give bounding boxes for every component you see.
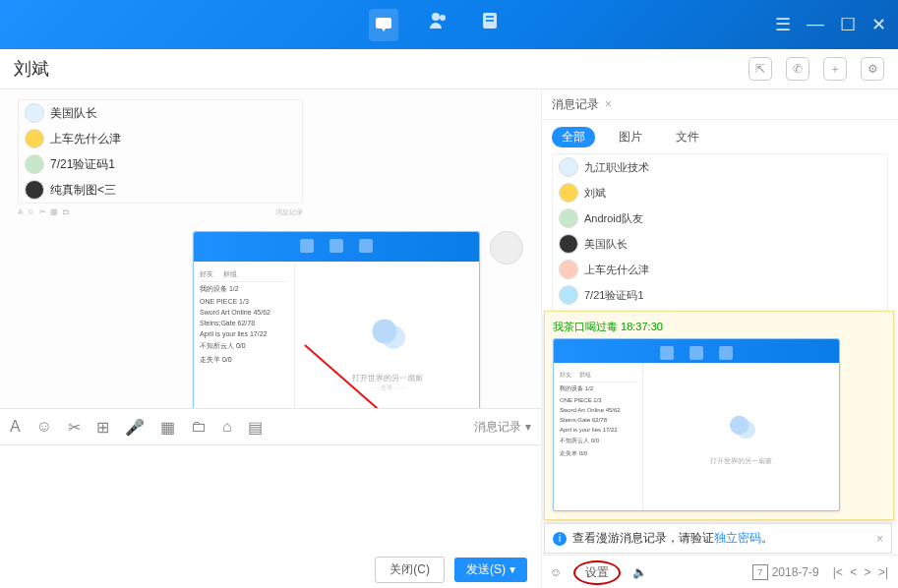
chevron-down-icon[interactable]: ▾: [509, 562, 515, 576]
list-item[interactable]: 九江职业技术: [553, 154, 887, 180]
message-input[interactable]: [0, 445, 541, 550]
app-icon[interactable]: ▤: [248, 418, 263, 437]
header-tabs: [369, 9, 501, 41]
font-icon[interactable]: A: [10, 418, 21, 436]
screenshot-attachment[interactable]: 好友群组 我的设备 1/2 ONE PIECE 1/3 Sword Art On…: [193, 231, 480, 408]
chat-pane: 美国队长 上车先什么津 7/21验证码1 纯真制图<三 A☺✂▦🗀消息记录 好友…: [0, 89, 542, 588]
history-footer: ☺ 设置 🔈 7 2018-7-9 |< < > >|: [542, 555, 898, 588]
first-page-icon[interactable]: |<: [831, 565, 845, 579]
input-toolbar: A ☺ ✂ ⊞ 🎤 ▦ 🗀 ⌂ ▤ 消息记录▾: [0, 408, 541, 445]
settings-icon[interactable]: ⚙: [861, 57, 884, 81]
history-button[interactable]: 消息记录▾: [474, 419, 531, 436]
close-icon[interactable]: ✕: [871, 14, 886, 35]
tab-apps-icon[interactable]: [479, 9, 501, 41]
settings-button[interactable]: 设置: [573, 560, 621, 585]
list-item[interactable]: 美国队长: [553, 231, 887, 257]
history-tab: 消息记录 ×: [542, 89, 898, 120]
history-tab-label[interactable]: 消息记录: [552, 96, 599, 113]
pager: |< < > >|: [831, 565, 890, 579]
emoji-icon[interactable]: ☺: [550, 565, 562, 579]
calendar-icon: 7: [752, 564, 768, 580]
message-own: 好友群组 我的设备 1/2 ONE PIECE 1/3 Sword Art On…: [18, 231, 523, 408]
maximize-icon[interactable]: ☐: [840, 14, 856, 35]
filter-file[interactable]: 文件: [666, 127, 709, 147]
password-link[interactable]: 独立密码: [714, 531, 761, 545]
close-tab-icon[interactable]: ×: [605, 97, 612, 111]
send-bar: 关闭(C) 发送(S)▾: [0, 550, 541, 588]
last-page-icon[interactable]: >|: [876, 565, 890, 579]
mic-icon[interactable]: 🎤: [125, 418, 145, 437]
svg-rect-0: [376, 18, 391, 29]
prev-page-icon[interactable]: <: [848, 565, 859, 579]
avatar[interactable]: [490, 231, 523, 265]
message-list: 美国队长 上车先什么津 7/21验证码1 纯真制图<三 A☺✂▦🗀消息记录 好友…: [0, 89, 541, 408]
list-item[interactable]: 上车先什么津: [553, 257, 887, 282]
history-contact-list: 九江职业技术 刘斌 Android队友 美国队长 上车先什么津 7/21验证码1…: [552, 153, 888, 334]
verify-tip: i 查看漫游消息记录，请验证独立密码。 ×: [544, 523, 892, 554]
screenshot-attachment[interactable]: 好友群组 我的设备 1/2 ONE PIECE 1/3 Sword Art On…: [553, 338, 840, 511]
date-picker[interactable]: 7 2018-7-9: [752, 564, 819, 580]
list-item[interactable]: 刘斌: [553, 180, 887, 206]
svg-point-2: [440, 15, 446, 21]
sound-icon[interactable]: 🔈: [632, 565, 647, 579]
tab-contacts-icon[interactable]: [428, 9, 449, 41]
gif-icon[interactable]: ⊞: [96, 418, 109, 437]
tip-text: 查看漫游消息记录，请验证独立密码。: [572, 530, 773, 547]
svg-point-1: [432, 13, 440, 21]
app-header: ☰ — ☐ ✕: [0, 0, 898, 49]
list-item[interactable]: Android队友: [553, 206, 887, 231]
emoji-icon[interactable]: ☺: [36, 418, 52, 436]
screen-share-icon[interactable]: ⇱: [748, 57, 772, 81]
history-pane: 消息记录 × 全部 图片 文件 九江职业技术 刘斌 Android队友 美国队长…: [542, 89, 898, 588]
conversation-actions: ⇱ ✆ ＋ ⚙: [748, 57, 884, 81]
screenshot-sidebar: 好友群组 我的设备 1/2 ONE PIECE 1/3 Sword Art On…: [194, 262, 295, 408]
screenshot-main: 打开世界的另一扇窗 ······ 全球··· ···: [295, 262, 479, 408]
mini-contact-list: 美国队长 上车先什么津 7/21验证码1 纯真制图<三: [18, 99, 303, 204]
history-filters: 全部 图片 文件: [542, 120, 898, 153]
svg-rect-5: [486, 20, 494, 22]
image-icon[interactable]: ▦: [160, 418, 175, 437]
chevron-down-icon: ▾: [525, 420, 531, 434]
message: 美国队长 上车先什么津 7/21验证码1 纯真制图<三 A☺✂▦🗀消息记录: [18, 99, 523, 217]
svg-rect-4: [486, 16, 494, 18]
add-icon[interactable]: ＋: [823, 57, 847, 81]
next-page-icon[interactable]: >: [863, 565, 873, 579]
info-icon: i: [553, 532, 567, 546]
minimize-icon[interactable]: —: [807, 14, 824, 35]
sender-name: 我茶口喝过毒: [553, 321, 618, 332]
call-icon[interactable]: ✆: [786, 57, 809, 81]
contact-name: 刘斌: [14, 57, 49, 81]
send-button[interactable]: 发送(S)▾: [454, 558, 527, 582]
filter-image[interactable]: 图片: [609, 127, 652, 147]
screenshot-icon[interactable]: ⌂: [222, 418, 232, 436]
window-controls: ☰ — ☐ ✕: [775, 14, 886, 35]
list-item[interactable]: 7/21验证码1: [553, 282, 887, 308]
menu-icon[interactable]: ☰: [775, 14, 791, 35]
tab-chat-icon[interactable]: [369, 9, 398, 41]
message-time: 18:37:30: [621, 321, 663, 332]
close-tip-icon[interactable]: ×: [876, 532, 883, 546]
close-button[interactable]: 关闭(C): [375, 557, 445, 583]
cut-icon[interactable]: ✂: [68, 418, 81, 437]
highlighted-message: 我茶口喝过毒 18:37:30 好友群组 我的设备 1/2 ONE PIECE …: [544, 311, 894, 520]
folder-icon[interactable]: 🗀: [191, 418, 207, 436]
history-content: 九江职业技术 刘斌 Android队友 美国队长 上车先什么津 7/21验证码1…: [542, 153, 898, 555]
message-meta: 我茶口喝过毒 18:37:30: [553, 320, 885, 334]
conversation-header: 刘斌 ⇱ ✆ ＋ ⚙: [0, 49, 898, 89]
filter-all[interactable]: 全部: [552, 127, 595, 147]
